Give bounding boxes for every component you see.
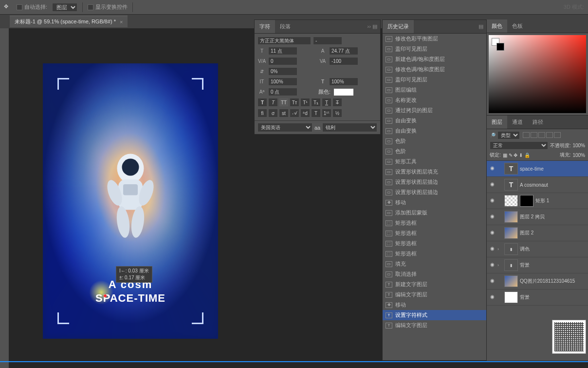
tracking-input[interactable]: [329, 57, 358, 65]
history-item[interactable]: ▭填充: [383, 259, 486, 269]
text-color-swatch[interactable]: [333, 88, 354, 96]
layer-item[interactable]: ◉背景: [487, 290, 588, 306]
fill-value[interactable]: 100%: [572, 153, 585, 158]
visibility-eye-icon[interactable]: ◉: [489, 294, 496, 301]
swash-button[interactable]: 𝒜: [290, 109, 299, 117]
visibility-eye-icon[interactable]: ◉: [489, 197, 496, 204]
layer-item[interactable]: ◉TA cosmonaut: [487, 177, 588, 193]
visibility-eye-icon[interactable]: ◉: [489, 246, 496, 252]
history-item[interactable]: ▭修改色彩平衡图层: [383, 34, 486, 44]
history-item[interactable]: ▭通过拷贝的图层: [383, 105, 486, 116]
bold-button[interactable]: T: [257, 98, 267, 107]
allcaps-button[interactable]: TT: [279, 98, 289, 107]
layer-item[interactable]: ◉›▮调色: [487, 241, 588, 257]
layer-item[interactable]: ◉Tspace-time: [487, 161, 588, 177]
history-item[interactable]: ▭自由变换: [383, 126, 486, 136]
panel-collapse-icon[interactable]: ›› ▤: [365, 21, 380, 32]
superscript-button[interactable]: T¹: [300, 98, 310, 107]
history-item[interactable]: ▭修改色调/饱和度图层: [383, 64, 486, 75]
italic-button[interactable]: T: [268, 98, 278, 107]
history-item[interactable]: ▭设置形状图层描边: [383, 187, 486, 197]
history-menu-icon[interactable]: ▤: [476, 21, 486, 32]
history-item[interactable]: ✥移动: [383, 300, 486, 310]
layer-item[interactable]: ◉图层 2 拷贝: [487, 209, 588, 225]
history-item[interactable]: ▭设置形状图层填充: [383, 167, 486, 177]
smallcaps-button[interactable]: Tт: [290, 98, 299, 107]
history-item[interactable]: ▭设置形状图层描边: [383, 177, 486, 187]
artboard[interactable]: A cosm SPACE-TIME I←: 0.03 厘米 ±: 0.17 厘米: [43, 63, 218, 339]
expand-chevron-icon[interactable]: ›: [497, 263, 502, 268]
history-item[interactable]: ▭取消选择: [383, 269, 486, 279]
layer-item[interactable]: ◉QQ图片20181123104615: [487, 273, 588, 290]
strike-button[interactable]: T: [332, 98, 342, 107]
opacity-value[interactable]: 100%: [572, 143, 585, 148]
ordinal-button[interactable]: 1ˢᵗ: [322, 109, 331, 117]
horiz-scale-input[interactable]: [329, 77, 358, 86]
layer-name[interactable]: QQ图片20181123104615: [520, 278, 586, 285]
layer-name[interactable]: A cosmonaut: [520, 182, 586, 188]
history-item[interactable]: ▭添加图层蒙版: [383, 208, 486, 218]
tab-layers[interactable]: 图层: [487, 116, 507, 129]
close-tab-icon[interactable]: ×: [120, 19, 123, 25]
baseline-input[interactable]: [268, 88, 297, 96]
tab-channels[interactable]: 通道: [507, 116, 528, 129]
fi-button[interactable]: fi: [257, 109, 267, 117]
history-item[interactable]: ▭自由变换: [383, 116, 486, 126]
language-select[interactable]: 美国英语: [257, 123, 312, 132]
visibility-eye-icon[interactable]: ◉: [489, 230, 496, 236]
leading-input[interactable]: [329, 47, 358, 55]
layer-name[interactable]: 图层 2: [520, 230, 586, 236]
history-item[interactable]: ▭色阶: [383, 136, 486, 146]
underline-button[interactable]: T: [322, 98, 331, 107]
ad-button[interactable]: ᵃd: [300, 109, 310, 117]
canvas-area[interactable]: A cosm SPACE-TIME I←: 0.03 厘米 ±: 0.17 厘米: [9, 28, 252, 340]
history-item[interactable]: ▭矩形工具: [383, 156, 486, 167]
fg-bg-swatch[interactable]: [492, 38, 504, 51]
layer-name[interactable]: space-time: [520, 166, 586, 172]
history-item[interactable]: ⬚矩形选框: [383, 228, 486, 238]
history-item[interactable]: ▭名称更改: [383, 95, 486, 105]
history-item[interactable]: ▭盖印可见图层: [383, 44, 486, 54]
sigma-button[interactable]: σ: [268, 109, 278, 117]
layer-item[interactable]: ◉›▮背景: [487, 257, 588, 273]
fraction-button[interactable]: ½: [332, 109, 342, 117]
history-item[interactable]: ⬚矩形选框: [383, 238, 486, 249]
tab-history[interactable]: 历史记录: [383, 20, 414, 33]
history-item[interactable]: T新建文字图层: [383, 279, 486, 290]
blend-mode-select[interactable]: 正常: [490, 141, 548, 150]
layer-item[interactable]: ◉矩形 1: [487, 193, 588, 209]
visibility-eye-icon[interactable]: ◉: [489, 165, 496, 172]
layer-name[interactable]: 图层 2 拷贝: [520, 213, 586, 220]
st-button[interactable]: st: [279, 109, 289, 117]
visibility-eye-icon[interactable]: ◉: [489, 278, 496, 285]
visibility-eye-icon[interactable]: ◉: [489, 181, 496, 188]
tab-color[interactable]: 颜色: [487, 19, 507, 33]
layer-item[interactable]: ◉图层 2: [487, 225, 588, 241]
history-item[interactable]: ✥移动: [383, 197, 486, 208]
history-item[interactable]: ⬚矩形选框: [383, 218, 486, 228]
history-item[interactable]: T编辑文字图层: [383, 290, 486, 300]
font-size-input[interactable]: [268, 47, 297, 55]
history-item[interactable]: ▭图层编组: [383, 85, 486, 95]
history-item[interactable]: ▭盖印可见图层: [383, 75, 486, 85]
layer-name[interactable]: 矩形 1: [535, 197, 586, 204]
auto-select-checkbox[interactable]: [17, 4, 22, 10]
expand-chevron-icon[interactable]: ›: [497, 247, 502, 252]
lock-icons[interactable]: ▦ ✎ ✥ ⬇ 🔒: [503, 153, 530, 158]
history-item[interactable]: T设置字符样式: [383, 310, 486, 320]
titling-button[interactable]: T: [311, 109, 321, 117]
tab-paragraph[interactable]: 段落: [275, 20, 295, 33]
history-item[interactable]: T编辑文字图层: [383, 320, 486, 330]
layer-name[interactable]: 背景: [520, 262, 586, 269]
vert-scale-input[interactable]: [268, 77, 297, 86]
history-item[interactable]: ⬚矩形选框: [383, 249, 486, 259]
history-item[interactable]: ▭新建色调/饱和度图层: [383, 54, 486, 64]
history-item[interactable]: ▭色阶: [383, 146, 486, 156]
visibility-eye-icon[interactable]: ◉: [489, 213, 496, 220]
scale-input[interactable]: [268, 67, 297, 76]
kerning-input[interactable]: [268, 57, 297, 65]
timeline-bar[interactable]: [0, 361, 588, 362]
document-tab[interactable]: 未标题-1 @ 59.1% (space-time, RGB/8#) * ×: [10, 16, 128, 27]
filter-kind-select[interactable]: 类型: [497, 131, 520, 139]
tab-paths[interactable]: 路径: [528, 116, 548, 129]
